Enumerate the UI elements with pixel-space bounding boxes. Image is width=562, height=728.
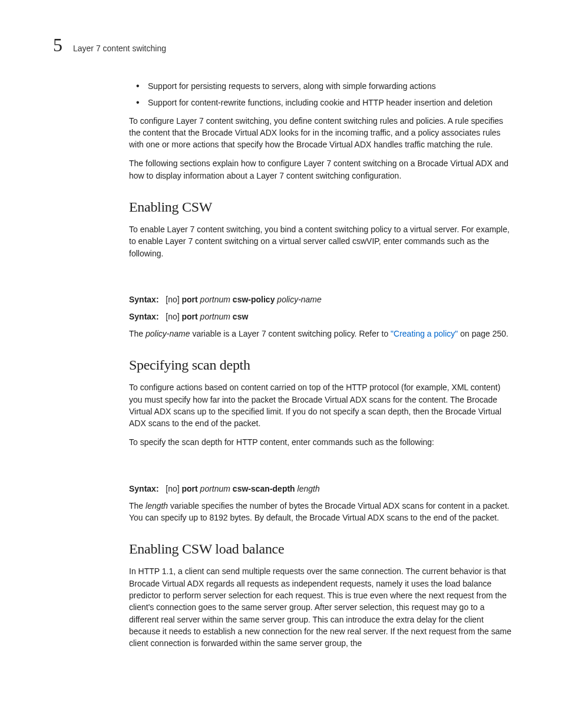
section-heading-csw-load-balance: Enabling CSW load balance	[129, 541, 515, 557]
creating-a-policy-link[interactable]: "Creating a policy"	[391, 329, 458, 338]
syntax-no: [no]	[166, 484, 179, 493]
syntax-portnum-var: portnum	[200, 295, 230, 304]
syntax-length-var: length	[297, 484, 320, 493]
text-fragment: on page 250.	[458, 329, 508, 338]
syntax-port-kw: port	[182, 484, 198, 493]
feature-bullet-list: Support for persisting requests to serve…	[129, 80, 515, 109]
syntax-csw-policy-kw: csw-policy	[233, 295, 275, 304]
policy-name-var: policy-name	[146, 329, 190, 338]
body-paragraph: The policy-name variable is a Layer 7 co…	[129, 328, 515, 340]
page-content: Support for persisting requests to serve…	[129, 80, 515, 656]
syntax-line: Syntax: [no] port portnum csw-scan-depth…	[129, 483, 515, 495]
syntax-no: [no]	[166, 312, 179, 321]
syntax-portnum-var: portnum	[200, 312, 230, 321]
body-paragraph: The following sections explain how to co…	[129, 157, 515, 182]
text-fragment: variable is a Layer 7 content switching …	[190, 329, 391, 338]
syntax-line: Syntax: [no] port portnum csw-policy pol…	[129, 294, 515, 306]
syntax-line: Syntax: [no] port portnum csw	[129, 311, 515, 323]
chapter-title: Layer 7 content switching	[73, 44, 166, 53]
list-item: Support for persisting requests to serve…	[129, 80, 515, 92]
syntax-label: Syntax:	[129, 312, 159, 321]
body-paragraph: The length variable specifies the number…	[129, 500, 515, 524]
blank-space	[129, 266, 515, 294]
text-fragment: The	[129, 329, 146, 338]
text-fragment: The	[129, 501, 146, 510]
body-paragraph: To configure Layer 7 content switching, …	[129, 115, 515, 151]
list-item: Support for content-rewrite functions, i…	[129, 97, 515, 108]
body-paragraph: In HTTP 1.1, a client can send multiple …	[129, 565, 515, 649]
syntax-portnum-var: portnum	[200, 484, 230, 493]
syntax-label: Syntax:	[129, 484, 159, 493]
length-var: length	[146, 501, 168, 510]
syntax-label: Syntax:	[129, 295, 159, 304]
syntax-port-kw: port	[182, 295, 198, 304]
section-heading-enabling-csw: Enabling CSW	[129, 199, 515, 215]
syntax-scan-depth-kw: csw-scan-depth	[233, 484, 295, 493]
chapter-number: 5	[53, 34, 62, 56]
body-paragraph: To configure actions based on content ca…	[129, 381, 515, 429]
text-fragment: variable specifies the number of bytes t…	[129, 501, 510, 522]
page-header: 5 Layer 7 content switching	[53, 34, 515, 56]
syntax-csw-kw: csw	[233, 312, 248, 321]
syntax-no: [no]	[166, 295, 179, 304]
blank-space	[129, 456, 515, 483]
section-heading-scan-depth: Specifying scan depth	[129, 357, 515, 373]
syntax-port-kw: port	[182, 312, 198, 321]
body-paragraph: To enable Layer 7 content switching, you…	[129, 223, 515, 259]
body-paragraph: To specify the scan depth for HTTP conte…	[129, 436, 515, 448]
syntax-policy-name-var: policy-name	[277, 295, 321, 304]
